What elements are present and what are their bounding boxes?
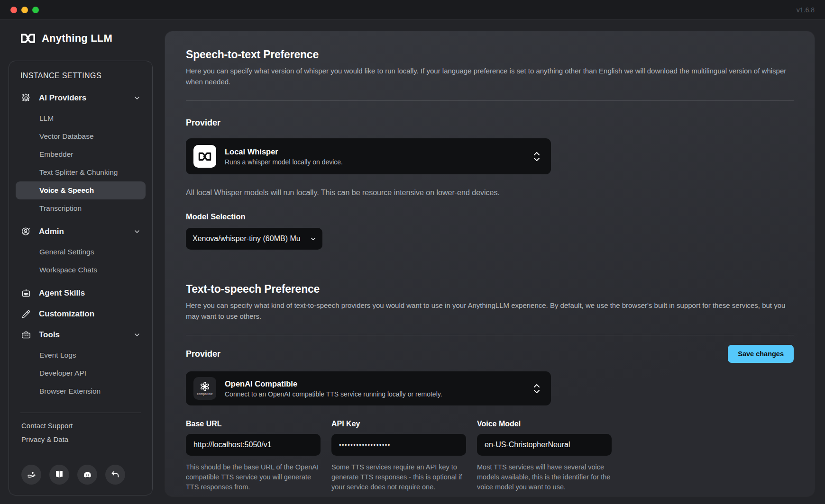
base-url-label: Base URL xyxy=(186,420,321,428)
topbar: v1.6.8 xyxy=(0,0,825,20)
voice-model-input[interactable] xyxy=(477,434,612,456)
sidebar-group-customization[interactable]: Customization xyxy=(16,304,146,324)
panel-heading: INSTANCE SETTINGS xyxy=(16,72,146,80)
app-version: v1.6.8 xyxy=(797,6,815,14)
gear-icon xyxy=(20,92,32,104)
tts-provider-label: Provider xyxy=(186,349,220,359)
model-selection-label: Model Selection xyxy=(186,212,794,221)
sidebar-footer-icons xyxy=(16,458,146,486)
section-divider xyxy=(186,335,794,335)
sidebar-group-ai-providers[interactable]: AI Providers xyxy=(16,88,146,108)
stt-provider-dropdown[interactable]: Local Whisper Runs a whisper model local… xyxy=(186,138,551,174)
section-divider xyxy=(186,100,794,101)
tts-provider-desc: Connect to an OpenAI compatible TTS serv… xyxy=(225,390,442,398)
sidebar-group-label: Admin xyxy=(39,227,64,236)
local-whisper-logo-icon xyxy=(193,145,216,168)
tts-provider-dropdown[interactable]: compatible OpenAI Compatible Connect to … xyxy=(186,371,551,405)
chevron-down-icon xyxy=(133,228,141,235)
voice-model-field-group: Voice Model Most TTS services will have … xyxy=(477,420,612,492)
privacy-data-link[interactable]: Privacy & Data xyxy=(16,432,146,446)
sidebar-group-agent-skills[interactable]: Agent Skills xyxy=(16,283,146,304)
sidebar-item-text-splitter[interactable]: Text Splitter & Chunking xyxy=(16,163,146,181)
sidebar-item-event-logs[interactable]: Event Logs xyxy=(16,346,146,364)
toolbox-icon xyxy=(20,329,32,341)
sidebar-item-vector-database[interactable]: Vector Database xyxy=(16,127,146,145)
sidebar-item-general-settings[interactable]: General Settings xyxy=(16,243,146,261)
save-changes-button[interactable]: Save changes xyxy=(728,345,794,363)
api-key-field-group: API Key Some TTS services require an API… xyxy=(331,420,466,492)
whisper-model-select[interactable]: Xenova/whisper-tiny (60MB) Mu xyxy=(186,228,322,250)
sidebar-group-label: Tools xyxy=(39,330,60,340)
sidebar-item-voice-speech[interactable]: Voice & Speech xyxy=(16,181,146,199)
support-hand-icon[interactable] xyxy=(21,465,41,485)
contact-support-link[interactable]: Contact Support xyxy=(16,419,146,432)
anythingllm-logo-icon xyxy=(20,33,36,44)
base-url-input[interactable] xyxy=(186,434,321,456)
stt-provider-label: Provider xyxy=(186,118,794,128)
stt-provider-desc: Runs a whisper model locally on device. xyxy=(225,158,343,166)
robot-icon xyxy=(20,288,32,299)
openai-compatible-caption: compatible xyxy=(197,393,212,396)
sidebar-divider xyxy=(20,413,141,413)
chevron-updown-icon xyxy=(533,384,541,394)
ai-providers-sublist: LLM Vector Database Embedder Text Splitt… xyxy=(16,109,146,217)
sidebar-group-admin[interactable]: Admin xyxy=(16,221,146,242)
sidebar-group-label: Customization xyxy=(39,309,94,319)
chevron-updown-icon xyxy=(533,152,541,162)
base-url-field-group: Base URL This should be the base URL of … xyxy=(186,420,321,492)
window-controls xyxy=(10,7,39,13)
sidebar-item-browser-extension[interactable]: Browser Extension xyxy=(16,382,146,400)
tts-fields-grid: Base URL This should be the base URL of … xyxy=(186,420,794,492)
stt-provider-text: Local Whisper Runs a whisper model local… xyxy=(225,147,343,166)
tts-section: Text-to-speech Preference Here you can s… xyxy=(186,283,794,492)
admin-sublist: General Settings Workspace Chats xyxy=(16,243,146,279)
brand-name: Anything LLM xyxy=(42,32,112,45)
book-icon[interactable] xyxy=(49,465,69,485)
api-key-label: API Key xyxy=(331,420,466,428)
discord-icon[interactable] xyxy=(77,465,97,485)
chevron-down-icon xyxy=(310,235,317,243)
stt-provider-name: Local Whisper xyxy=(225,147,343,156)
instance-settings-panel: INSTANCE SETTINGS AI Providers LLM Vecto… xyxy=(9,61,153,495)
voice-model-label: Voice Model xyxy=(477,420,612,428)
whisper-model-value: Xenova/whisper-tiny (60MB) Mu xyxy=(192,234,301,243)
chevron-down-icon xyxy=(133,94,141,102)
stt-title: Speech-to-text Preference xyxy=(186,48,794,61)
api-key-input[interactable] xyxy=(331,434,466,456)
minimize-window-button[interactable] xyxy=(21,7,28,13)
base-url-help: This should be the base URL of the OpenA… xyxy=(186,462,321,492)
sidebar-item-developer-api[interactable]: Developer API xyxy=(16,364,146,382)
pencil-icon xyxy=(20,308,32,320)
sidebar-item-workspace-chats[interactable]: Workspace Chats xyxy=(16,261,146,279)
undo-icon[interactable] xyxy=(105,465,125,485)
stt-note: All local Whisper models will run locall… xyxy=(186,189,794,197)
sidebar-item-llm[interactable]: LLM xyxy=(16,109,146,127)
zoom-window-button[interactable] xyxy=(32,7,39,13)
user-gear-icon xyxy=(20,226,32,237)
chevron-down-icon xyxy=(133,331,141,339)
voice-model-help: Most TTS services will have several voic… xyxy=(477,462,612,492)
tts-provider-name: OpenAI Compatible xyxy=(225,379,442,388)
sidebar: Anything LLM INSTANCE SETTINGS AI Provid… xyxy=(0,20,158,504)
close-window-button[interactable] xyxy=(10,7,17,13)
sidebar-item-embedder[interactable]: Embedder xyxy=(16,145,146,163)
brand: Anything LLM xyxy=(0,20,158,45)
sidebar-group-label: AI Providers xyxy=(39,93,86,103)
tts-provider-text: OpenAI Compatible Connect to an OpenAI c… xyxy=(225,379,442,398)
tts-description: Here you can specify what kind of text-t… xyxy=(186,300,794,322)
tts-provider-header: Provider Save changes xyxy=(186,345,794,363)
main-panel: Speech-to-text Preference Here you can s… xyxy=(165,31,815,496)
openai-compatible-logo-icon: compatible xyxy=(193,377,216,400)
sidebar-item-transcription[interactable]: Transcription xyxy=(16,199,146,217)
stt-section: Speech-to-text Preference Here you can s… xyxy=(186,48,794,250)
tts-title: Text-to-speech Preference xyxy=(186,283,794,296)
api-key-help: Some TTS services require an API key to … xyxy=(331,462,466,492)
stt-description: Here you can specify what version of whi… xyxy=(186,66,794,87)
tools-sublist: Event Logs Developer API Browser Extensi… xyxy=(16,346,146,400)
sidebar-group-label: Agent Skills xyxy=(39,288,85,298)
sidebar-group-tools[interactable]: Tools xyxy=(16,324,146,345)
